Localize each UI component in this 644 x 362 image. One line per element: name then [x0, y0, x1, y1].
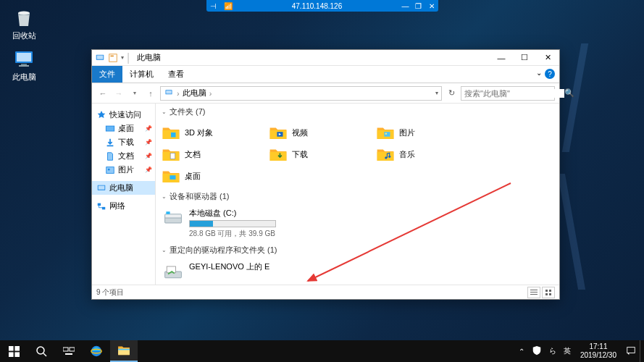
- refresh-button[interactable]: ↻: [445, 88, 458, 98]
- section-drives[interactable]: ⌄ 设备和驱动器 (1): [156, 188, 559, 205]
- nav-forward-button[interactable]: →: [112, 87, 125, 100]
- redirected-drive-item[interactable]: GEYI-LENOVO 上的 E: [156, 258, 559, 285]
- remote-close-button[interactable]: ✕: [425, 2, 438, 10]
- computer-icon: [95, 53, 105, 63]
- pin-icon[interactable]: ⊣: [206, 2, 221, 10]
- svg-line-46: [43, 353, 46, 356]
- svg-rect-39: [545, 293, 548, 295]
- svg-rect-38: [549, 290, 551, 292]
- svg-rect-40: [549, 293, 551, 295]
- nav-item-this-pc[interactable]: 此电脑: [92, 181, 155, 195]
- nav-item-desktop[interactable]: 桌面 📌: [92, 122, 155, 135]
- svg-rect-6: [97, 55, 104, 59]
- desktop-icon: [105, 124, 115, 134]
- section-redirected[interactable]: ⌄ 重定向的驱动程序和文件夹 (1): [156, 242, 559, 258]
- nav-item-downloads[interactable]: 下载 📌: [92, 135, 155, 149]
- pin-icon: 📌: [145, 125, 152, 132]
- chevron-down-icon: ⌄: [162, 109, 167, 115]
- nav-item-documents[interactable]: 文档 📌: [92, 149, 155, 163]
- svg-point-23: [385, 132, 387, 134]
- folder-3d-objects[interactable]: 3D 对象: [160, 122, 267, 143]
- drive-local-c[interactable]: 本地磁盘 (C:) 28.8 GB 可用，共 39.9 GB: [156, 205, 559, 242]
- nav-recent-dropdown[interactable]: ▾: [128, 87, 141, 100]
- drive-icon: [163, 208, 183, 228]
- search-input[interactable]: [464, 89, 564, 98]
- svg-rect-12: [106, 126, 114, 130]
- remote-minimize-button[interactable]: —: [399, 2, 412, 10]
- tray-notifications-icon[interactable]: [622, 345, 640, 357]
- taskbar-search-button[interactable]: [28, 340, 55, 362]
- tab-view[interactable]: 查看: [161, 66, 191, 83]
- svg-point-45: [37, 347, 44, 354]
- tab-file[interactable]: 文件: [92, 66, 122, 83]
- taskbar-explorer-button[interactable]: [110, 340, 138, 362]
- folder-documents[interactable]: 文档: [160, 143, 267, 165]
- tray-security-icon[interactable]: [528, 345, 545, 357]
- folder-icon: [376, 123, 395, 142]
- taskbar: ⌃ ら 英 17:11 2019/12/30: [0, 340, 644, 362]
- nav-back-button[interactable]: ←: [96, 87, 109, 100]
- taskbar-ie-button[interactable]: [83, 340, 110, 362]
- path-sep: ›: [209, 89, 212, 98]
- svg-rect-44: [14, 352, 20, 357]
- nav-item-pictures[interactable]: 图片 📌: [92, 163, 155, 177]
- status-item-count: 9 个项目: [96, 287, 124, 298]
- download-icon: [105, 138, 115, 148]
- folder-downloads[interactable]: 下载: [267, 143, 375, 165]
- tab-computer[interactable]: 计算机: [122, 66, 161, 83]
- help-icon[interactable]: ?: [545, 69, 555, 79]
- qat-dropdown-icon[interactable]: ▾: [121, 54, 124, 61]
- search-icon[interactable]: 🔍: [564, 88, 574, 98]
- svg-rect-47: [63, 348, 68, 351]
- nav-quick-access[interactable]: 快速访问: [92, 108, 155, 122]
- folder-icon: [269, 123, 288, 142]
- taskbar-taskview-button[interactable]: [55, 340, 83, 362]
- svg-rect-36: [530, 294, 538, 295]
- folder-pictures[interactable]: 图片: [375, 122, 482, 143]
- document-icon: [105, 151, 115, 161]
- svg-rect-42: [14, 346, 20, 351]
- properties-icon[interactable]: [108, 53, 118, 63]
- folder-icon: [162, 167, 180, 185]
- tray-overflow-icon[interactable]: ⌃: [515, 348, 528, 355]
- view-details-button[interactable]: [527, 287, 540, 298]
- desktop-icon-recycle-bin[interactable]: 回收站: [6, 6, 42, 41]
- remote-restore-button[interactable]: ❐: [412, 2, 425, 10]
- address-dropdown-icon[interactable]: ▾: [435, 90, 438, 96]
- tray-ime-mode[interactable]: ら: [545, 346, 560, 356]
- window-title: 此电脑: [133, 52, 490, 63]
- nav-item-network[interactable]: 网络: [92, 199, 155, 213]
- file-explorer-window: ▾ | 此电脑 — ☐ ✕ 文件 计算机 查看 ⌄ ? ← → ▾ ↑ › 此电…: [91, 49, 560, 300]
- view-large-icons-button[interactable]: [542, 287, 555, 298]
- start-button[interactable]: [0, 340, 28, 362]
- svg-rect-43: [9, 352, 14, 357]
- redirected-drive-icon: [163, 261, 183, 282]
- chevron-down-icon: ⌄: [162, 247, 167, 253]
- section-folders[interactable]: ⌄ 文件夹 (7): [156, 104, 559, 120]
- search-box[interactable]: 🔍: [461, 86, 555, 101]
- folder-videos[interactable]: 视频: [267, 122, 375, 143]
- desktop-icon-label: 回收站: [12, 30, 36, 41]
- svg-rect-4: [19, 65, 29, 67]
- svg-rect-48: [70, 348, 75, 351]
- tray-time: 17:11: [580, 342, 616, 351]
- close-button[interactable]: ✕: [536, 50, 559, 66]
- remote-ip: 47.110.148.126: [235, 2, 399, 10]
- signal-icon: 📶: [221, 2, 235, 10]
- svg-rect-52: [118, 349, 130, 350]
- desktop-icon-this-pc[interactable]: 此电脑: [6, 47, 42, 83]
- path-segment[interactable]: 此电脑: [183, 88, 206, 98]
- tray-ime-lang[interactable]: 英: [560, 346, 574, 356]
- system-tray: ⌃ ら 英 17:11 2019/12/30: [515, 340, 644, 362]
- titlebar[interactable]: ▾ | 此电脑 — ☐ ✕: [92, 50, 559, 66]
- folder-desktop[interactable]: 桌面: [160, 165, 267, 187]
- minimize-button[interactable]: —: [490, 50, 513, 66]
- maximize-button[interactable]: ☐: [513, 50, 536, 66]
- tray-clock[interactable]: 17:11 2019/12/30: [574, 342, 622, 360]
- ribbon-expand-icon[interactable]: ⌄: [536, 69, 542, 77]
- svg-rect-53: [627, 348, 635, 353]
- address-bar[interactable]: › 此电脑 › ▾: [160, 86, 442, 101]
- show-desktop-button[interactable]: [640, 340, 644, 362]
- nav-up-button[interactable]: ↑: [144, 87, 157, 100]
- folder-music[interactable]: 音乐: [375, 143, 482, 165]
